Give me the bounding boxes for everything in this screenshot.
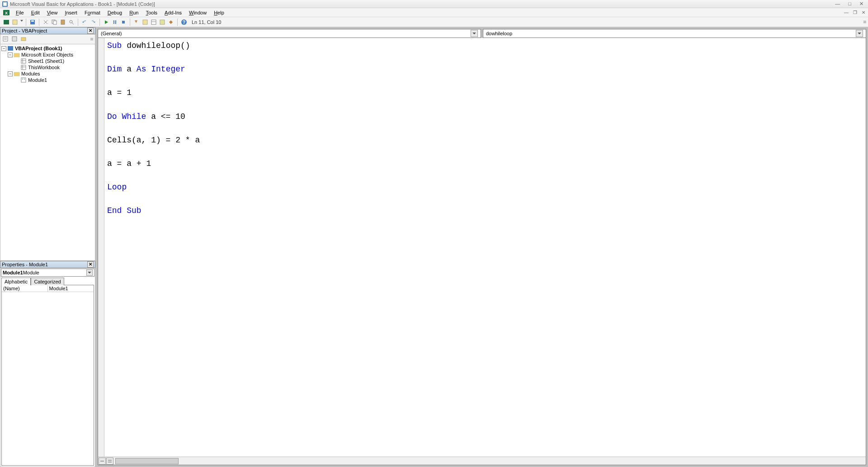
workbook-icon: [20, 65, 27, 70]
procedure-view-button[interactable]: [99, 458, 106, 465]
tree-sheet1[interactable]: Sheet1 (Sheet1): [20, 58, 94, 64]
toggle-folders-button[interactable]: [20, 36, 28, 43]
svg-rect-5: [13, 20, 17, 24]
tab-categorized[interactable]: Categorized: [31, 278, 64, 285]
svg-rect-28: [21, 38, 26, 41]
menu-format[interactable]: Format: [81, 9, 104, 16]
folder-icon: [14, 71, 20, 76]
excel-icon[interactable]: X: [3, 9, 10, 16]
svg-rect-30: [14, 53, 19, 57]
project-explorer-button[interactable]: [142, 19, 149, 26]
property-row[interactable]: (Name) Module1: [2, 285, 94, 292]
view-excel-button[interactable]: [3, 19, 10, 26]
collapse-icon[interactable]: −: [8, 52, 13, 57]
svg-text:X: X: [5, 11, 8, 15]
insert-module-button[interactable]: [11, 19, 19, 26]
properties-panel-close-button[interactable]: ✕: [87, 261, 94, 268]
tab-alphabetic[interactable]: Alphabetic: [1, 278, 31, 285]
save-button[interactable]: [29, 19, 36, 26]
view-object-button[interactable]: [11, 36, 19, 43]
paste-button[interactable]: [59, 19, 66, 26]
tree-root[interactable]: − VBAProject (Book1): [1, 45, 94, 52]
toolbar-handle[interactable]: [863, 18, 866, 26]
object-browser-button[interactable]: [159, 19, 166, 26]
menu-tools[interactable]: Tools: [142, 9, 160, 16]
svg-rect-1: [3, 2, 7, 6]
tree-thisworkbook[interactable]: ThisWorkbook: [20, 64, 94, 71]
svg-rect-16: [122, 21, 125, 24]
insert-dropdown[interactable]: [20, 20, 23, 24]
properties-panel-header[interactable]: Properties - Module1 ✕: [0, 261, 95, 268]
project-toolbar: [0, 34, 95, 44]
view-code-button[interactable]: [2, 36, 9, 43]
mdi-close-button[interactable]: ✕: [862, 10, 865, 15]
tree-excel-objects[interactable]: − Microsoft Excel Objects: [8, 52, 94, 58]
properties-grid[interactable]: (Name) Module1: [1, 285, 94, 466]
maximize-button[interactable]: □: [848, 1, 851, 7]
menu-edit[interactable]: Edit: [28, 9, 43, 16]
combo-dropdown-button[interactable]: [86, 269, 93, 276]
svg-rect-15: [115, 20, 116, 24]
collapse-icon[interactable]: −: [8, 71, 13, 76]
svg-rect-9: [53, 21, 57, 24]
svg-text:?: ?: [183, 20, 185, 25]
close-button[interactable]: ✕: [859, 1, 863, 7]
window-title: Microsoft Visual Basic for Applications …: [10, 1, 835, 7]
tree-module1[interactable]: Module1: [20, 77, 94, 83]
code-content[interactable]: Sub dowhileloop() Dim a As Integer a = 1…: [98, 38, 866, 457]
project-icon: [7, 46, 14, 51]
svg-rect-7: [31, 20, 34, 22]
reset-button[interactable]: [120, 19, 127, 26]
full-module-view-button[interactable]: [106, 458, 113, 465]
menu-help[interactable]: Help: [211, 9, 227, 16]
standard-toolbar: ? Ln 11, Col 10: [0, 17, 868, 27]
properties-window-button[interactable]: [150, 19, 157, 26]
find-button[interactable]: [68, 19, 75, 26]
svg-rect-14: [113, 20, 114, 24]
procedure-dropdown-button[interactable]: [856, 30, 863, 37]
menu-debug[interactable]: Debug: [104, 9, 125, 16]
svg-rect-24: [3, 37, 8, 41]
mdi-minimize-button[interactable]: —: [844, 10, 849, 15]
svg-marker-13: [105, 20, 108, 24]
redo-button[interactable]: [90, 19, 97, 26]
break-button[interactable]: [111, 19, 118, 26]
procedure-dropdown[interactable]: dowhileloop: [483, 29, 866, 38]
minimize-button[interactable]: —: [835, 1, 840, 7]
svg-point-40: [24, 79, 25, 80]
menu-addins[interactable]: Add-Ins: [161, 9, 185, 16]
menu-bar: X File Edit View Insert Format Debug Run…: [0, 8, 868, 17]
svg-rect-27: [12, 37, 17, 41]
menu-window[interactable]: Window: [186, 9, 210, 16]
tree-modules[interactable]: − Modules: [8, 71, 94, 77]
object-dropdown[interactable]: (General): [98, 29, 481, 38]
collapse-icon[interactable]: −: [1, 46, 6, 51]
object-dropdown-button[interactable]: [471, 30, 478, 37]
toolbox-button[interactable]: [167, 19, 175, 26]
design-mode-button[interactable]: [133, 19, 140, 26]
project-panel-header[interactable]: Project - VBAProject ✕: [0, 27, 95, 34]
cut-button[interactable]: [42, 19, 49, 26]
svg-rect-21: [160, 20, 165, 24]
run-button[interactable]: [103, 19, 110, 26]
copy-button[interactable]: [51, 19, 58, 26]
menu-file[interactable]: File: [13, 9, 27, 16]
title-bar: Microsoft Visual Basic for Applications …: [0, 0, 868, 8]
properties-object-combo[interactable]: Module1 Module: [1, 269, 94, 277]
menu-view[interactable]: View: [44, 9, 61, 16]
help-button[interactable]: ?: [180, 19, 188, 26]
horizontal-scrollbar[interactable]: [115, 458, 179, 464]
code-editor[interactable]: Sub dowhileloop() Dim a As Integer a = 1…: [98, 38, 866, 465]
undo-button[interactable]: [81, 19, 88, 26]
svg-rect-37: [14, 72, 19, 76]
mdi-restore-button[interactable]: ❐: [853, 10, 857, 15]
svg-marker-17: [135, 20, 137, 23]
project-panel-close-button[interactable]: ✕: [87, 28, 94, 34]
code-margin[interactable]: [98, 38, 104, 457]
project-toolbar-handle[interactable]: [90, 38, 93, 40]
properties-panel-title: Properties - Module1: [2, 262, 48, 267]
svg-rect-38: [21, 78, 26, 82]
project-tree[interactable]: − VBAProject (Book1) − Microsoft Excel O…: [0, 44, 95, 261]
menu-insert[interactable]: Insert: [61, 9, 80, 16]
menu-run[interactable]: Run: [126, 9, 142, 16]
